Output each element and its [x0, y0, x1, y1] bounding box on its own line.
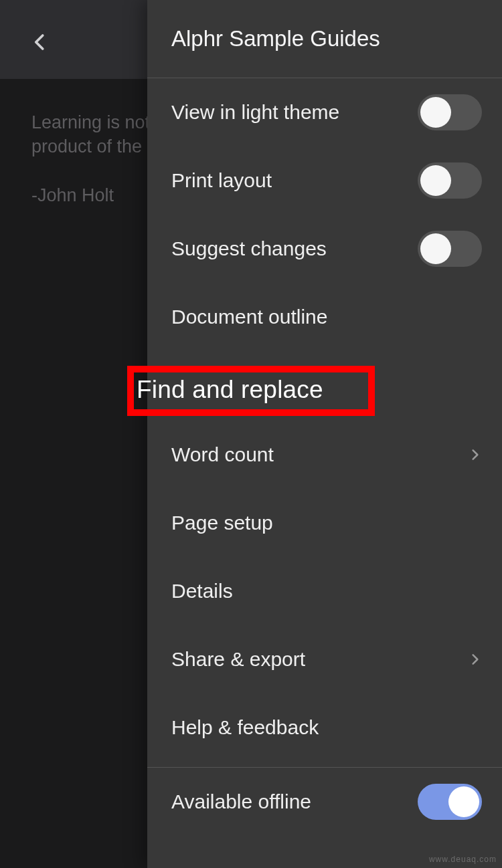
options-list: View in light theme Print layout Suggest… [147, 78, 502, 868]
option-word-count[interactable]: Word count [147, 421, 502, 489]
option-label: Suggest changes [171, 237, 327, 260]
panel-header: Alphr Sample Guides [147, 0, 502, 78]
chevron-right-icon [469, 653, 482, 666]
toggle-suggest-changes[interactable] [418, 231, 482, 267]
toggle-print-layout[interactable] [418, 162, 482, 199]
back-icon [30, 32, 50, 52]
option-print-layout[interactable]: Print layout [147, 146, 502, 215]
option-suggest-changes[interactable]: Suggest changes [147, 215, 502, 283]
option-label: Document outline [171, 306, 327, 328]
option-label: Details [171, 580, 233, 603]
toggle-view-light-theme[interactable] [418, 94, 482, 130]
chevron-right-icon [469, 448, 482, 461]
option-label: Help & feedback [171, 716, 319, 739]
app-topbar-dimmed [0, 0, 147, 79]
option-label: Page setup [171, 512, 273, 534]
option-find-and-replace[interactable]: Find and replace [147, 351, 502, 421]
quote-text-line1: Learning is not t [31, 112, 160, 132]
option-label: Available offline [171, 790, 311, 813]
option-share-export[interactable]: Share & export [147, 625, 502, 693]
option-label: Print layout [171, 169, 272, 192]
option-details[interactable]: Details [147, 557, 502, 625]
option-help-feedback[interactable]: Help & feedback [147, 693, 502, 762]
option-label: Find and replace [137, 376, 323, 404]
toggle-available-offline[interactable] [418, 784, 482, 820]
option-label: View in light theme [171, 101, 339, 124]
option-page-setup[interactable]: Page setup [147, 489, 502, 557]
options-drawer: Alphr Sample Guides View in light theme … [147, 0, 502, 868]
option-view-light-theme[interactable]: View in light theme [147, 78, 502, 146]
option-label: Share & export [171, 648, 305, 671]
option-document-outline[interactable]: Document outline [147, 283, 502, 351]
document-title: Alphr Sample Guides [171, 26, 380, 51]
option-label: Word count [171, 443, 274, 466]
watermark-text: www.deuaq.com [429, 855, 497, 864]
option-available-offline[interactable]: Available offline [147, 767, 502, 835]
document-body-dimmed: Learning is not t product of the a -John… [31, 110, 160, 208]
quote-text-line2: product of the a [31, 136, 157, 156]
quote-author: -John Holt [31, 185, 114, 205]
